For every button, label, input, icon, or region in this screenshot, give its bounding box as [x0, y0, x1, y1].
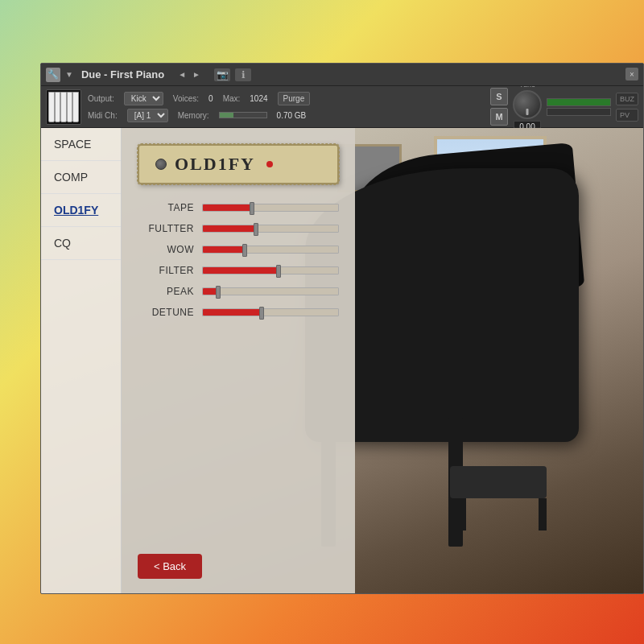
wow-slider[interactable] — [202, 246, 339, 254]
bench-leg-left — [458, 498, 466, 530]
info-icon[interactable]: ℹ — [235, 68, 251, 81]
purge-button[interactable]: Purge — [278, 92, 311, 105]
nav-next-button[interactable]: ► — [190, 70, 203, 79]
mini-key — [48, 92, 55, 122]
level-meter — [547, 98, 611, 116]
detune-label: DETUNE — [138, 307, 194, 318]
flutter-thumb[interactable] — [254, 223, 258, 236]
voices-value: 0 — [208, 94, 213, 103]
info-row-bottom: Midi Ch: [A] 1 Memory: 0.70 GB — [88, 109, 484, 122]
memory-fill — [220, 113, 233, 118]
mute-button[interactable]: M — [490, 108, 508, 126]
detune-fill — [203, 309, 260, 316]
detune-slider[interactable] — [202, 308, 339, 316]
sidebar-item-cq[interactable]: CQ — [41, 227, 121, 260]
wrench-icon[interactable]: 🔧 — [46, 68, 60, 82]
max-value: 1024 — [250, 94, 267, 103]
slider-row-wow: WOW — [138, 244, 339, 255]
mini-key — [55, 92, 61, 122]
instrument-thumbnail[interactable] — [46, 89, 81, 125]
memory-bar — [219, 112, 267, 118]
sidebar-item-oldify[interactable]: OLD1FY — [41, 194, 121, 227]
bench-leg-right — [539, 498, 547, 530]
slider-row-filter: FILTER — [138, 265, 339, 276]
info-row-top: Output: Kick Voices: 0 Max: 1024 Purge — [88, 92, 484, 105]
title-icons: 📷 ℹ — [214, 68, 251, 81]
tape-slider[interactable] — [202, 204, 339, 212]
slider-row-peak: PEAK — [138, 286, 339, 297]
wow-thumb[interactable] — [242, 244, 247, 257]
memory-label: Memory: — [178, 111, 209, 120]
title-bar-left: 🔧 ▼ Due - First Piano ◄ ► 📷 ℹ — [46, 68, 251, 82]
main-content: SPACE COMP OLD1FY CQ OLD1FY TAPE — [41, 128, 643, 594]
slider-row-flutter: FULTTER — [138, 223, 339, 234]
tape-thumb[interactable] — [250, 202, 254, 215]
memory-value: 0.70 GB — [277, 111, 307, 120]
flutter-label: FULTTER — [138, 223, 194, 234]
peak-label: PEAK — [138, 286, 194, 297]
right-controls: S M Tune 0.00 BUZ PV — [490, 80, 638, 133]
peak-fill — [203, 288, 217, 295]
fx-panel: OLD1FY TAPE FULTTER — [122, 128, 355, 594]
title-bar: 🔧 ▼ Due - First Piano ◄ ► 📷 ℹ × — [41, 64, 643, 86]
wow-label: WOW — [138, 244, 194, 255]
mini-piano-keys — [47, 90, 80, 124]
close-button[interactable]: × — [625, 68, 638, 80]
oldify-dot-icon — [266, 161, 273, 167]
peak-slider[interactable] — [202, 287, 339, 295]
slider-row-tape: TAPE — [138, 202, 339, 213]
oldify-header: OLD1FY — [138, 144, 339, 184]
meter-cell — [547, 108, 611, 116]
meter-cell — [547, 98, 611, 106]
sliders-area: TAPE FULTTER WOW — [122, 197, 355, 332]
camera-icon[interactable]: 📷 — [214, 68, 230, 81]
peak-thumb[interactable] — [216, 286, 221, 299]
sm-buttons: S M — [490, 88, 508, 126]
tape-label: TAPE — [138, 202, 194, 213]
title-navigation: ◄ ► — [175, 70, 203, 79]
title-dropdown-arrow[interactable]: ▼ — [65, 70, 73, 79]
side-buttons: BUZ PV — [616, 93, 638, 122]
sidebar-item-space[interactable]: SPACE — [41, 128, 121, 161]
back-button[interactable]: < Back — [138, 554, 202, 579]
max-label: Max: — [223, 94, 241, 103]
meter-row-bottom — [547, 108, 611, 116]
instrument-title: Due - First Piano — [81, 68, 164, 80]
solo-button[interactable]: S — [490, 88, 508, 105]
flutter-slider[interactable] — [202, 225, 339, 233]
pv-button[interactable]: PV — [616, 109, 638, 122]
voices-label: Voices: — [173, 94, 199, 103]
sidebar-item-comp[interactable]: COMP — [41, 161, 121, 194]
left-sidebar: SPACE COMP OLD1FY CQ — [41, 128, 122, 594]
tune-knob-container: Tune 0.00 — [513, 80, 542, 133]
oldify-screw-icon — [155, 159, 167, 170]
detune-thumb[interactable] — [259, 307, 264, 320]
piano-bench-legs — [458, 498, 547, 530]
controls-bar: Output: Kick Voices: 0 Max: 1024 Purge M… — [41, 86, 643, 128]
nav-prev-button[interactable]: ◄ — [175, 70, 188, 79]
midi-select[interactable]: [A] 1 — [127, 109, 168, 122]
meter-row-top — [547, 98, 611, 106]
filter-thumb[interactable] — [276, 265, 281, 278]
piano-bench — [450, 466, 547, 498]
plugin-window: 🔧 ▼ Due - First Piano ◄ ► 📷 ℹ × — [40, 63, 644, 594]
oldify-title: OLD1FY — [175, 154, 255, 175]
wow-fill — [203, 246, 243, 253]
tape-fill — [203, 204, 250, 211]
midi-label: Midi Ch: — [88, 111, 118, 120]
slider-row-detune: DETUNE — [138, 307, 339, 318]
controls-info: Output: Kick Voices: 0 Max: 1024 Purge M… — [88, 92, 484, 122]
filter-fill — [203, 267, 277, 274]
mini-key — [60, 92, 67, 122]
output-select[interactable]: Kick — [124, 92, 163, 105]
knob-indicator — [526, 109, 529, 115]
flutter-fill — [203, 225, 254, 232]
output-label: Output: — [88, 94, 114, 103]
mini-key — [72, 92, 79, 122]
buzz-button[interactable]: BUZ — [616, 93, 638, 105]
filter-slider[interactable] — [202, 266, 339, 275]
filter-label: FILTER — [138, 265, 194, 276]
mini-key — [67, 92, 73, 122]
tune-knob[interactable] — [513, 90, 542, 119]
